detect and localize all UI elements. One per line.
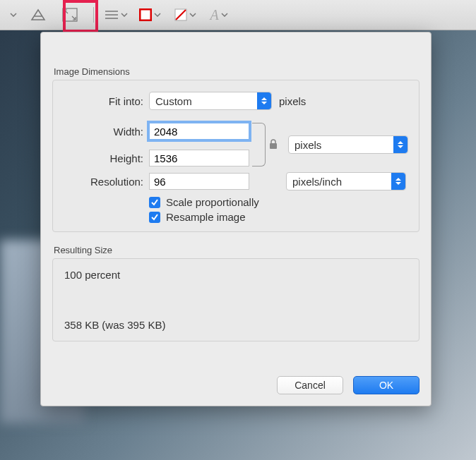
chevron-down-icon xyxy=(10,13,17,17)
select-arrows-icon xyxy=(391,173,405,190)
chevron-down-icon xyxy=(121,13,128,17)
scale-proportionally-label: Scale proportionally xyxy=(166,196,259,208)
cancel-button[interactable]: Cancel xyxy=(277,376,343,394)
lock-icon[interactable] xyxy=(268,138,278,152)
alpha-tool[interactable] xyxy=(24,0,52,30)
toolbar-dropdown-1[interactable] xyxy=(0,0,24,30)
section-title: Image Dimensions xyxy=(41,66,431,77)
chevron-down-icon xyxy=(154,13,161,17)
check-icon xyxy=(150,198,159,207)
height-label: Height: xyxy=(64,152,149,164)
fit-into-unit: pixels xyxy=(279,95,306,107)
svg-rect-3 xyxy=(270,143,277,149)
adjust-size-tool[interactable] xyxy=(52,0,88,30)
check-icon xyxy=(150,213,159,222)
border-color-menu[interactable] xyxy=(132,0,167,30)
dimension-link-bracket xyxy=(252,123,266,167)
lines-menu[interactable] xyxy=(100,0,132,30)
resulting-percent: 100 percent xyxy=(64,269,407,281)
svg-rect-1 xyxy=(140,9,151,20)
text-style-icon: A xyxy=(210,7,218,23)
scale-proportionally-checkbox[interactable] xyxy=(149,197,160,208)
adjust-size-icon xyxy=(61,7,78,23)
resolution-unit-select[interactable]: pixels/inch xyxy=(286,172,406,190)
resolution-label: Resolution: xyxy=(64,176,149,188)
resample-image-checkbox[interactable] xyxy=(149,212,160,223)
chevron-down-icon xyxy=(189,13,196,17)
alpha-icon xyxy=(30,8,46,21)
wh-unit-select[interactable]: pixels xyxy=(288,135,408,154)
select-arrows-icon xyxy=(257,92,271,109)
border-color-icon xyxy=(139,8,152,21)
toolbar-separator xyxy=(93,7,94,23)
resample-image-label: Resample image xyxy=(166,211,246,223)
fill-color-icon xyxy=(174,8,187,21)
width-input[interactable] xyxy=(149,123,249,140)
chevron-down-icon xyxy=(221,13,228,17)
wh-unit-value: pixels xyxy=(294,139,321,151)
resolution-input[interactable] xyxy=(149,173,249,190)
height-input[interactable] xyxy=(149,150,249,167)
dimensions-fieldset: Fit into: Custom pixels Width: Height: xyxy=(52,80,420,232)
width-label: Width: xyxy=(64,126,149,138)
text-style-menu[interactable]: A xyxy=(203,0,235,30)
fit-into-value: Custom xyxy=(155,95,192,107)
resulting-bytes: 358 KB (was 395 KB) xyxy=(64,319,407,331)
fill-color-menu[interactable] xyxy=(167,0,203,30)
resulting-size-box: 100 percent 358 KB (was 395 KB) xyxy=(52,258,420,341)
resolution-unit-value: pixels/inch xyxy=(292,176,342,188)
toolbar: A xyxy=(0,0,476,30)
resulting-size-title: Resulting Size xyxy=(41,232,431,255)
ok-button[interactable]: OK xyxy=(353,376,420,394)
fit-into-label: Fit into: xyxy=(64,95,149,107)
image-dimensions-dialog: Image Dimensions Fit into: Custom pixels… xyxy=(40,32,432,406)
lines-icon xyxy=(105,10,119,20)
select-arrows-icon xyxy=(393,136,407,153)
fit-into-select[interactable]: Custom xyxy=(149,92,272,110)
